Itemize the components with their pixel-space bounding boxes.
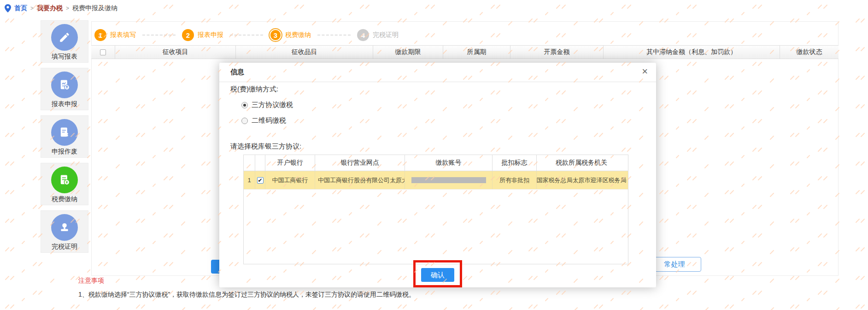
sidebar-item-report-declare[interactable]: 报表申报 <box>41 68 88 110</box>
breadcrumb-separator: > <box>66 5 69 12</box>
agreement-table: 开户银行 银行营业网点 缴款账号 批扣标志 税款所属税务机关 1 ✔ 中国工商银… <box>243 155 628 264</box>
sidebar-item-fill-report[interactable]: 填写报表 <box>41 20 88 63</box>
agreement-table-header: 开户银行 银行营业网点 缴款账号 批扣标志 税款所属税务机关 <box>244 155 628 171</box>
step-4: 4 完税证明 <box>357 29 399 41</box>
page: 首页 > 我要办税 > 税费申报及缴纳 填写报表 报表申报 申报作废 ¥ <box>0 0 868 310</box>
breadcrumb-separator: > <box>30 5 34 12</box>
step-2-label: 报表申报 <box>198 31 223 39</box>
radio-qrcode-payment[interactable]: 二维码缴税 <box>241 116 286 125</box>
col-index <box>244 155 255 171</box>
radio-selected-icon[interactable] <box>241 102 248 108</box>
row-deduct-flag: 所有非批扣 <box>493 171 537 189</box>
step-1: 1 报表填写 <box>94 29 136 41</box>
checked-checkbox[interactable]: ✔ <box>257 177 264 184</box>
row-bank: 中国工商银行 <box>265 171 315 189</box>
red-annotation-box: 确认 <box>413 260 462 287</box>
close-icon[interactable]: × <box>642 66 648 77</box>
confirm-button[interactable]: 确认 <box>421 268 454 282</box>
step-3: 3 税费缴纳 <box>270 29 311 41</box>
payment-method-label: 税(费)缴纳方式: <box>230 85 278 94</box>
row-account-cell <box>405 171 493 189</box>
row-checkbox-cell: ✔ <box>255 171 265 189</box>
row-branch: 中国工商银行股份有限公司太原大营 <box>315 171 405 189</box>
col-payment-status: 缴款状态 <box>780 46 839 59</box>
modal-header: 信息 × <box>219 63 656 82</box>
sidebar: 填写报表 报表申报 申报作废 ¥ 税费缴纳 完税证明 <box>41 20 88 258</box>
step-3-circle: 3 <box>270 29 282 41</box>
report-cancel-icon <box>51 119 78 146</box>
breadcrumb-home[interactable]: 首页 <box>14 4 27 12</box>
row-index: 1 <box>244 171 255 189</box>
notes-line-1: 1、税款缴纳选择“三方协议缴税”，获取待缴款信息为签订过三方协议的纳税人，未签订… <box>78 291 415 299</box>
step-2-circle: 2 <box>182 29 194 41</box>
svg-text:¥: ¥ <box>66 180 68 185</box>
notes-title: 注意事项 <box>78 277 104 285</box>
col-levy-subitem: 征收品目 <box>236 46 373 59</box>
radio-unselected-icon[interactable] <box>241 118 248 124</box>
col-branch: 银行营业网点 <box>315 155 405 171</box>
col-deduct-flag: 批扣标志 <box>493 155 537 171</box>
sidebar-item-label: 完税证明 <box>41 243 88 251</box>
report-upload-icon <box>51 72 78 98</box>
col-checkbox <box>255 155 265 171</box>
sidebar-item-tax-certificate[interactable]: 完税证明 <box>41 210 88 253</box>
col-tax-authority: 税款所属税务机关 <box>537 155 626 171</box>
step-4-circle: 4 <box>357 29 369 41</box>
step-2: 2 报表申报 <box>182 29 223 41</box>
tax-pay-icon: ¥ <box>51 167 78 193</box>
breadcrumb: 首页 > 我要办税 > 税费申报及缴纳 <box>5 3 117 14</box>
pencil-icon <box>51 24 78 51</box>
stamp-icon <box>51 214 78 241</box>
sidebar-item-label: 税费缴纳 <box>41 195 88 203</box>
step-connector <box>142 35 176 36</box>
breadcrumb-current-page: 税费申报及缴纳 <box>72 4 117 12</box>
location-pin-icon <box>5 4 11 12</box>
sidebar-item-tax-payment[interactable]: ¥ 税费缴纳 <box>41 163 88 205</box>
sidebar-item-declare-void[interactable]: 申报作废 <box>41 115 88 158</box>
agreement-table-row[interactable]: 1 ✔ 中国工商银行 中国工商银行股份有限公司太原大营 所有非批扣 国家税务总局… <box>244 171 628 190</box>
sidebar-item-label: 申报作废 <box>41 148 88 156</box>
step-1-label: 报表填写 <box>110 31 136 39</box>
step-connector <box>317 35 351 36</box>
row-tax-authority: 国家税务总局太原市迎泽区税务局 <box>537 171 626 189</box>
radio-label: 二维码缴税 <box>252 116 286 125</box>
select-all-checkbox[interactable] <box>100 49 106 55</box>
agreement-select-label: 请选择税库银三方协议: <box>230 142 301 151</box>
sidebar-item-label: 填写报表 <box>41 53 88 61</box>
step-connector <box>230 35 263 36</box>
col-tax-period: 所属期 <box>443 46 510 59</box>
payment-table-header: 征收项目 征收品目 缴款期限 所属期 开票金额 其中滞纳金额（利息、加罚款） 缴… <box>91 45 839 59</box>
col-payment-deadline: 缴款期限 <box>373 46 443 59</box>
select-all-cell <box>91 46 115 59</box>
col-invoice-amount: 开票金额 <box>510 46 604 59</box>
step-indicator: 1 报表填写 2 报表申报 3 税费缴纳 4 完税证明 <box>94 28 399 42</box>
info-modal: 信息 × 税(费)缴纳方式: 三方协议缴税 二维码缴税 请选择税库银三方协议: … <box>219 63 656 287</box>
col-levy-item: 征收项目 <box>115 46 236 59</box>
col-late-fee-amount: 其中滞纳金额（利息、加罚款） <box>604 46 780 59</box>
step-4-label: 完税证明 <box>373 31 399 39</box>
radio-tripartite-agreement[interactable]: 三方协议缴税 <box>241 101 293 109</box>
breadcrumb-tax-tasks[interactable]: 我要办税 <box>37 4 63 12</box>
col-account: 缴款账号 <box>405 155 493 171</box>
redacted-account-bar <box>411 177 486 183</box>
modal-title: 信息 <box>230 68 244 77</box>
sidebar-item-label: 报表申报 <box>41 100 88 108</box>
step-3-label: 税费缴纳 <box>285 31 311 39</box>
step-1-circle: 1 <box>94 29 106 41</box>
radio-label: 三方协议缴税 <box>252 101 293 109</box>
col-bank: 开户银行 <box>265 155 315 171</box>
